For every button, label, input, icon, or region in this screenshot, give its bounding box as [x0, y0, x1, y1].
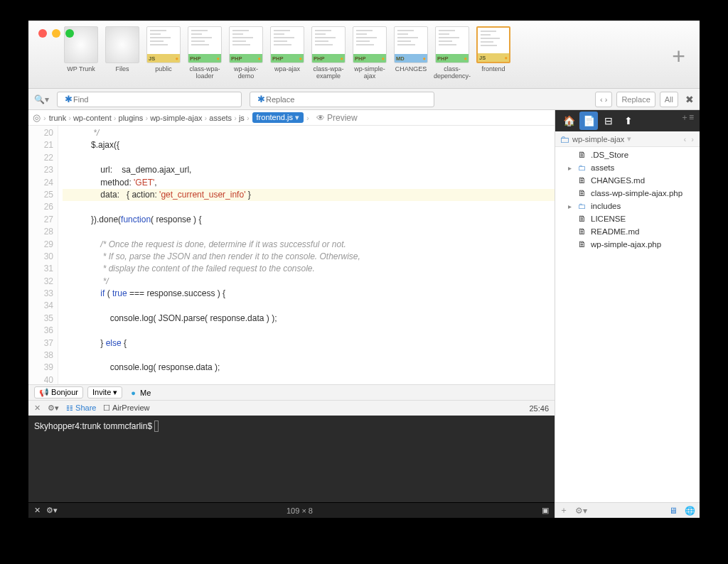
breadcrumb-item[interactable]: plugins [119, 114, 144, 122]
gear-icon[interactable]: ⚙▾ [46, 506, 58, 515]
close-findbar-icon[interactable]: ✖ [685, 94, 694, 105]
expand-terminal-icon[interactable]: ▣ [542, 506, 549, 515]
close-icon[interactable] [38, 29, 47, 38]
maximize-icon[interactable] [65, 29, 74, 38]
breadcrumb-item[interactable]: assets [209, 114, 232, 122]
scm-icon[interactable]: ⊟ [599, 112, 618, 130]
sidebar: 🏠 📄 ⊟ ⬆ 🗀 wp-simple-ajax ▾ ‹ › 🗎.DS_Stor… [555, 110, 700, 518]
gear-icon[interactable]: ⚙▾ [48, 403, 59, 413]
files-icon[interactable]: 📄 [579, 112, 598, 130]
file-tree: 🗎.DS_Store▸🗀assets🗎CHANGES.md🗎class-wp-s… [555, 147, 700, 502]
find-nav-buttons[interactable]: ‹ › [595, 92, 612, 107]
bonjour-button[interactable]: 📢 Bonjour [34, 386, 83, 398]
home-icon[interactable]: 🏠 [560, 112, 578, 130]
tab-wp-ajax-demo[interactable]: PHP●wp-ajax-demo [226, 25, 266, 80]
folder-icon: 🗀 [560, 134, 569, 145]
close-panel-icon[interactable]: ✕ [34, 403, 41, 413]
minimize-icon[interactable] [52, 29, 60, 38]
breadcrumb-current-file[interactable]: frontend.js ▾ [252, 112, 304, 123]
search-icon[interactable]: 🔍▾ [34, 94, 49, 104]
collab-bar: 📢 Bonjour Invite ▾ ● Me [28, 384, 555, 400]
tab-label: WP Trunk [67, 65, 95, 72]
me-label: Me [140, 389, 151, 397]
breadcrumb-item[interactable]: wp-simple-ajax [150, 114, 202, 122]
terminal-dimensions: 109 × 8 [287, 506, 313, 515]
regex-toggle-icon-2[interactable]: ✱ [257, 94, 265, 104]
tab-label: wp-simple-ajax [350, 65, 389, 80]
new-tab-button[interactable]: + [672, 43, 685, 70]
sidebar-footer: ＋ ⚙▾ 🖥 🌐 [555, 502, 700, 518]
airpreview-toggle[interactable]: ☐ AirPreview [103, 403, 149, 413]
breadcrumb-item[interactable]: js [239, 114, 245, 122]
tab-label: class-wpa-example [309, 65, 348, 80]
tab-label: public [155, 65, 172, 72]
code-area[interactable]: */ $.ajax({ url: sa_demo.ajax_url, metho… [58, 126, 555, 384]
tab-changes[interactable]: MD●CHANGES [391, 25, 431, 72]
window-traffic-lights [38, 29, 74, 38]
sidebar-header[interactable]: 🗀 wp-simple-ajax ▾ ‹ › [555, 131, 700, 147]
document-tabs: WP TrunkFilesJS●publicPHP●class-wpa-load… [28, 21, 700, 89]
code-editor[interactable]: 2021222324252627282930313233343536373839… [28, 126, 555, 384]
replace-input[interactable] [250, 92, 434, 107]
file-tree-item[interactable]: ▸🗀assets [555, 161, 700, 174]
replace-all-button[interactable]: All [660, 92, 678, 107]
tab-wp-simple-ajax[interactable]: PHP●wp-simple-ajax [350, 25, 390, 80]
file-tree-item[interactable]: 🗎.DS_Store [555, 148, 700, 161]
tab-class-wpa-example[interactable]: PHP●class-wpa-example [309, 25, 348, 80]
local-view-icon[interactable]: 🖥 [669, 506, 678, 516]
share-button[interactable]: 𝌮 Share [66, 403, 96, 413]
tab-label: frontend [481, 65, 505, 72]
new-file-icon[interactable]: ＋ [560, 504, 568, 516]
tab-label: wpa-ajax [274, 65, 300, 72]
remote-view-icon[interactable]: 🌐 [685, 506, 695, 516]
tab-files[interactable]: Files [102, 25, 142, 72]
terminal[interactable]: Skyhopper4:trunk tommcfarlin$ [28, 416, 555, 502]
regex-toggle-icon[interactable]: ✱ [65, 94, 73, 104]
tab-public[interactable]: JS●public [144, 25, 183, 72]
file-tree-item[interactable]: 🗎class-wp-simple-ajax.php [555, 187, 700, 200]
file-tree-item[interactable]: 🗎CHANGES.md [555, 174, 700, 187]
editor-window: WP TrunkFilesJS●publicPHP●class-wpa-load… [28, 21, 700, 518]
tab-label: wp-ajax-demo [227, 65, 265, 80]
tab-frontend[interactable]: JS●frontend [473, 25, 513, 72]
sidebar-nav-arrows[interactable]: ‹ › [684, 135, 695, 143]
replace-button[interactable]: Replace [616, 92, 655, 107]
line-gutter: 2021222324252627282930313233343536373839… [28, 126, 58, 384]
tab-wpa-ajax[interactable]: PHP●wpa-ajax [267, 25, 307, 72]
sidebar-mode-switcher: 🏠 📄 ⊟ ⬆ [555, 110, 700, 131]
close-terminal-icon[interactable]: ✕ [34, 506, 41, 515]
gear-icon[interactable]: ⚙▾ [575, 506, 587, 516]
timer: 25:46 [529, 404, 549, 413]
find-replace-bar: 🔍▾ ✱ ✱ ‹ › Replace All ✖ [28, 89, 700, 110]
tab-label: class-wpa-loader [186, 65, 224, 80]
terminal-prompt: Skyhopper4:trunk tommcfarlin$ [34, 421, 154, 431]
breadcrumb-item[interactable]: wp-content [73, 114, 112, 122]
find-input[interactable] [57, 92, 242, 107]
preview-toggle[interactable]: 👁 Preview [316, 113, 358, 123]
tab-class-dependency-[interactable]: PHP●class-dependency- [432, 25, 472, 80]
sidebar-root-name: wp-simple-ajax [572, 135, 624, 143]
symbols-icon[interactable]: ◎ [33, 112, 41, 123]
file-tree-item[interactable]: ▸🗀includes [555, 200, 700, 212]
file-tree-item[interactable]: 🗎README.md [555, 225, 700, 238]
tab-label: CHANGES [395, 65, 427, 72]
breadcrumb-bar: ◎ › trunk › wp-content › plugins › wp-si… [28, 110, 555, 126]
tab-label: class-dependency- [433, 65, 471, 80]
file-tree-item[interactable]: 🗎wp-simple-ajax.php [555, 238, 700, 251]
status-bar: ✕ ⚙▾ 𝌮 Share ☐ AirPreview 25:46 [28, 400, 555, 416]
tab-label: Files [115, 65, 129, 72]
publish-icon[interactable]: ⬆ [619, 112, 638, 130]
tab-class-wpa-loader[interactable]: PHP●class-wpa-loader [185, 25, 225, 80]
file-tree-item[interactable]: 🗎LICENSE [555, 212, 700, 225]
invite-button[interactable]: Invite ▾ [87, 386, 122, 398]
breadcrumb-item[interactable]: trunk [49, 114, 66, 122]
terminal-status-bar: ✕ ⚙▾ 109 × 8 ▣ [28, 502, 555, 518]
